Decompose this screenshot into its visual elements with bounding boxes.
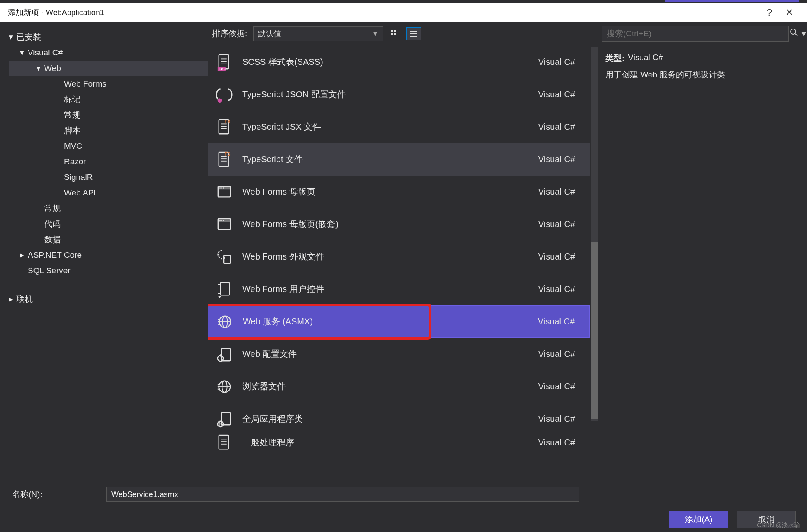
template-name: Web Forms 母版页(嵌套)	[242, 218, 525, 230]
template-item[interactable]: Web 配置文件Visual C#	[208, 338, 590, 370]
tree-label: SignalR	[64, 170, 93, 185]
button-row: 添加(A) 取消	[0, 506, 807, 532]
svg-rect-23	[221, 282, 230, 295]
scroll-thumb[interactable]	[591, 242, 598, 419]
config-icon	[216, 345, 242, 364]
template-name: TypeScript JSON 配置文件	[242, 89, 525, 100]
template-language: Visual C#	[525, 438, 590, 448]
tree-node[interactable]: SignalR	[9, 170, 208, 185]
tree-label: 联机	[16, 292, 33, 307]
tree-label: Razor	[64, 154, 86, 170]
svg-point-19	[219, 220, 220, 221]
master-icon	[216, 183, 242, 202]
template-item[interactable]: SASSSCSS 样式表(SASS)Visual C#	[208, 46, 590, 78]
ts-icon: TS	[216, 150, 242, 169]
template-language: Visual C#	[525, 57, 590, 67]
template-item[interactable]: Web Forms 母版页(嵌套)Visual C#	[208, 208, 590, 240]
global-icon	[216, 410, 242, 429]
tree-node[interactable]: 数据	[9, 232, 208, 247]
tree-node[interactable]: 常规	[9, 201, 208, 216]
tree-node[interactable]: ▾Visual C#	[9, 45, 208, 61]
caret-right-icon: ▸	[20, 247, 28, 263]
help-button[interactable]: ?	[759, 7, 779, 18]
tree-node[interactable]: ▸ASP.NET Core	[9, 247, 208, 263]
tree-node[interactable]: MVC	[9, 138, 208, 154]
template-item[interactable]: 全局应用程序类Visual C#	[208, 403, 590, 435]
template-language: Visual C#	[525, 252, 590, 262]
view-medium-icons-button[interactable]	[387, 27, 402, 40]
tree-node[interactable]: 常规	[9, 107, 208, 123]
template-item[interactable]: TSTypeScript 文件Visual C#	[208, 143, 590, 176]
master-icon	[216, 215, 242, 234]
accent-strip	[665, 0, 799, 2]
template-item[interactable]: 浏览器文件Visual C#	[208, 370, 590, 403]
tree-node[interactable]: ▾Web	[9, 61, 208, 76]
footer: 名称(N): 添加(A) 取消	[0, 482, 807, 532]
svg-marker-26	[218, 296, 222, 298]
tree-node-installed[interactable]: ▾ 已安装	[9, 29, 208, 45]
template-item[interactable]: Web Forms 用户控件Visual C#	[208, 273, 590, 305]
template-item[interactable]: TypeScript JSON 配置文件Visual C#	[208, 78, 590, 111]
name-row: 名称(N):	[0, 482, 807, 506]
scrollbar[interactable]	[591, 47, 598, 421]
category-tree: ▾ 已安装 ▾Visual C#▾WebWeb Forms标记常规脚本MVCRa…	[0, 22, 208, 482]
main-area: ▾ 已安装 ▾Visual C#▾WebWeb Forms标记常规脚本MVCRa…	[0, 22, 807, 482]
tree-node[interactable]: Razor	[9, 154, 208, 170]
title-bar: 添加新项 - WebApplication1 ? ✕	[0, 0, 807, 22]
template-item[interactable]: TSTypeScript JSX 文件Visual C#	[208, 111, 590, 143]
tree-label: 脚本	[64, 123, 80, 138]
template-language: Visual C#	[525, 381, 590, 391]
svg-text:SASS: SASS	[219, 67, 227, 71]
window-title: 添加新项 - WebApplication1	[8, 7, 759, 18]
tree-label: 常规	[44, 201, 61, 216]
search-input[interactable]	[602, 26, 789, 42]
caret-down-icon: ▾	[9, 29, 16, 45]
tree-node[interactable]: Web Forms	[9, 76, 208, 92]
tree-node[interactable]: 代码	[9, 216, 208, 232]
template-language: Visual C#	[525, 284, 590, 294]
usercontrol-icon	[216, 280, 242, 299]
tree-label: 代码	[44, 216, 61, 232]
template-item[interactable]: Web Forms 母版页Visual C#	[208, 176, 590, 208]
template-item[interactable]: 一般处理程序Visual C#	[208, 435, 590, 450]
view-list-button[interactable]	[406, 27, 421, 40]
template-name: 一般处理程序	[242, 437, 525, 449]
tree-node-online[interactable]: ▸ 联机	[9, 292, 208, 307]
template-item[interactable]: Web 服务 (ASMX)Visual C#	[208, 305, 590, 338]
sort-dropdown[interactable]: 默认值 ▼	[253, 26, 383, 41]
type-label: 类型:	[605, 53, 624, 64]
webservice-icon	[217, 312, 243, 331]
svg-rect-22	[224, 255, 230, 263]
close-button[interactable]: ✕	[779, 7, 799, 18]
tsjson-icon	[216, 85, 242, 104]
add-button[interactable]: 添加(A)	[669, 511, 728, 528]
tree-label: 标记	[64, 92, 80, 107]
tree-node[interactable]: 脚本	[9, 123, 208, 138]
tree-label: 已安装	[16, 29, 41, 45]
template-name: Web Forms 用户控件	[242, 283, 525, 295]
tree-label: 常规	[64, 107, 80, 123]
tree-node[interactable]: 标记	[9, 92, 208, 107]
template-item[interactable]: Web Forms 外观文件Visual C#	[208, 240, 590, 273]
template-name: Web 服务 (ASMX)	[243, 316, 524, 327]
svg-point-9	[218, 98, 222, 103]
template-language: Visual C#	[525, 187, 590, 197]
name-input[interactable]	[106, 487, 579, 502]
type-value: Visual C#	[628, 53, 663, 64]
tree-node[interactable]: Web API	[9, 185, 208, 201]
svg-point-14	[219, 187, 220, 188]
svg-rect-27	[221, 348, 230, 361]
template-name: SCSS 样式表(SASS)	[242, 56, 525, 68]
svg-point-20	[221, 220, 222, 221]
template-language: Visual C#	[524, 317, 589, 327]
tree-label: Web Forms	[64, 76, 106, 92]
browser-icon	[216, 377, 242, 396]
details-body: 类型: Visual C# 用于创建 Web 服务的可视设计类	[598, 46, 807, 87]
template-language: Visual C#	[525, 414, 590, 424]
name-label: 名称(N):	[12, 489, 106, 500]
template-language: Visual C#	[525, 154, 590, 164]
search-icon[interactable]: ▾	[789, 28, 807, 39]
tree-node[interactable]: SQL Server	[9, 263, 208, 279]
template-list: SASSSCSS 样式表(SASS)Visual C#TypeScript JS…	[208, 46, 598, 482]
tree-label: Web API	[64, 185, 96, 201]
